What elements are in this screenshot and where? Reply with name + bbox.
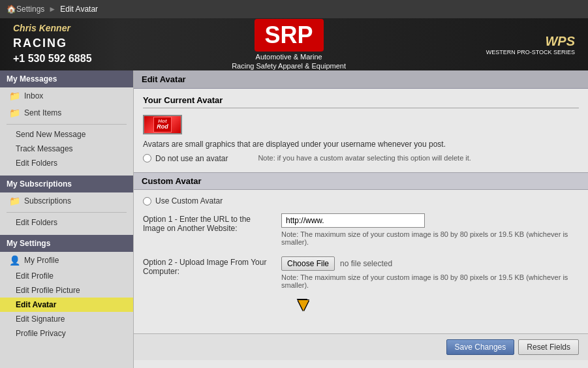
use-custom-radio[interactable] (143, 197, 151, 206)
sidebar-item-edit-signature[interactable]: Edit Signature (0, 312, 133, 326)
use-custom-row: Use Custom Avatar (143, 196, 579, 206)
sidebar-item-edit-avatar[interactable]: Edit Avatar (0, 298, 133, 312)
no-avatar-row: Do not use an avatar Note: if you have a… (143, 154, 579, 163)
sidebar-settings-header: My Settings (0, 235, 133, 252)
option2-label: Option 2 - Upload Image From Your Comput… (143, 256, 273, 276)
option1-label: Option 1 - Enter the URL to the Image on… (143, 213, 273, 233)
banner-wps: WPS WESTERN PRO-STOCK SERIES (486, 34, 575, 55)
edit-profile-label: Edit Profile (16, 271, 54, 281)
nav-settings[interactable]: Settings (16, 5, 44, 14)
edit-avatar-label: Edit Avatar (16, 300, 56, 309)
kenner-phone: +1 530 592 6885 (13, 52, 92, 66)
option2-note: Note: The maximum size of your custom im… (281, 273, 579, 289)
sidebar-divider-2 (7, 212, 127, 213)
top-nav: 🏠 Settings ► Edit Avatar (0, 0, 588, 18)
sidebar-messages-header: My Messages (0, 70, 133, 87)
edit-signature-label: Edit Signature (16, 314, 65, 324)
send-message-label: Send New Message (16, 130, 85, 139)
url-input[interactable] (281, 213, 425, 228)
use-custom-label: Use Custom Avatar (155, 196, 223, 206)
choose-file-button[interactable]: Choose File (281, 256, 335, 271)
file-input-row: Choose File no file selected (281, 256, 579, 271)
sidebar-subscriptions-header: My Subscriptions (0, 176, 133, 192)
banner: Chris Kenner RACING +1 530 592 6885 SRP … (0, 18, 588, 70)
srp-tagline2: Racing Safety Apparel & Equipment (105, 62, 473, 70)
profile-privacy-label: Profile Privacy (16, 329, 66, 338)
subscriptions-label: Subscriptions (24, 196, 71, 206)
folder-icon-sent: 📁 (9, 108, 20, 118)
main-layout: My Messages 📁 Inbox 📁 Sent Items Send Ne… (0, 70, 588, 368)
avatar-image: Hot Rod (153, 117, 172, 133)
sidebar-item-profile-privacy[interactable]: Profile Privacy (0, 326, 133, 341)
kenner-racing: RACING (13, 35, 92, 52)
sidebar: My Messages 📁 Inbox 📁 Sent Items Send Ne… (0, 70, 134, 368)
content-area: Edit Avatar Your Current Avatar Hot Rod … (134, 70, 588, 368)
sidebar-item-inbox[interactable]: 📁 Inbox (0, 87, 133, 104)
nav-separator: ► (48, 5, 56, 14)
sidebar-item-sent[interactable]: 📁 Sent Items (0, 104, 133, 121)
kenner-name: Chris Kenner (13, 22, 92, 35)
custom-avatar-title: Custom Avatar (134, 172, 588, 190)
sidebar-inbox-label: Inbox (24, 91, 43, 100)
sidebar-item-edit-folders-msg[interactable]: Edit Folders (0, 156, 133, 170)
save-changes-button[interactable]: Save Changes (446, 339, 515, 355)
option2-controls: Choose File no file selected Note: The m… (281, 256, 579, 316)
srp-logo: SRP (255, 19, 324, 52)
edit-folders-sub-label: Edit Folders (16, 218, 57, 227)
nav-current: Edit Avatar (60, 5, 98, 14)
arrow-container: ▲ (281, 296, 579, 316)
banner-srp: SRP Automotive & Marine Racing Safety Ap… (105, 19, 473, 70)
folder-icon-sub: 📁 (9, 196, 20, 206)
srp-tagline1: Automotive & Marine (105, 53, 473, 61)
content-header: Edit Avatar (134, 70, 588, 89)
content-footer: Save Changes Reset Fields (134, 333, 588, 360)
wps-logo: WPS (486, 34, 575, 49)
option1-note: Note: The maximum size of your custom im… (281, 230, 579, 246)
wps-subtitle: WESTERN PRO-STOCK SERIES (486, 49, 575, 55)
sidebar-item-edit-folders-sub[interactable]: Edit Folders (0, 215, 133, 230)
my-profile-label: My Profile (24, 256, 59, 265)
reset-fields-button[interactable]: Reset Fields (518, 339, 579, 355)
your-current-avatar-title: Your Current Avatar (143, 95, 579, 108)
no-file-text: no file selected (340, 259, 392, 268)
folder-icon: 📁 (9, 91, 20, 101)
sidebar-item-edit-profile[interactable]: Edit Profile (0, 269, 133, 283)
option1-controls: Note: The maximum size of your custom im… (281, 213, 579, 246)
person-icon: 👤 (9, 255, 20, 266)
sidebar-item-track-messages[interactable]: Track Messages (0, 142, 133, 156)
sidebar-divider-1 (7, 124, 127, 125)
banner-kenner: Chris Kenner RACING +1 530 592 6885 (13, 22, 92, 66)
content-body: Your Current Avatar Hot Rod Avatars are … (134, 89, 588, 333)
edit-profile-picture-label: Edit Profile Picture (16, 286, 80, 295)
avatar-description: Avatars are small graphics that are disp… (143, 140, 469, 149)
no-avatar-radio[interactable] (143, 154, 151, 162)
arrow-icon: ▲ (294, 296, 313, 316)
no-avatar-label: Do not use an avatar (155, 154, 228, 163)
sidebar-item-subscriptions[interactable]: 📁 Subscriptions (0, 192, 133, 209)
edit-folders-msg-label: Edit Folders (16, 159, 57, 168)
no-avatar-note: Note: if you have a custom avatar select… (258, 154, 471, 162)
track-messages-label: Track Messages (16, 144, 73, 153)
current-avatar-area: Hot Rod Avatars are small graphics that … (143, 115, 579, 163)
sidebar-item-send-message[interactable]: Send New Message (0, 127, 133, 142)
avatar-thumbnail: Hot Rod (143, 115, 182, 134)
option2-row: Option 2 - Upload Image From Your Comput… (143, 256, 579, 316)
home-icon: 🏠 (7, 5, 16, 14)
sidebar-item-edit-profile-picture[interactable]: Edit Profile Picture (0, 283, 133, 298)
sidebar-item-my-profile[interactable]: 👤 My Profile (0, 252, 133, 269)
option1-row: Option 1 - Enter the URL to the Image on… (143, 213, 579, 246)
sidebar-sent-label: Sent Items (24, 108, 61, 117)
